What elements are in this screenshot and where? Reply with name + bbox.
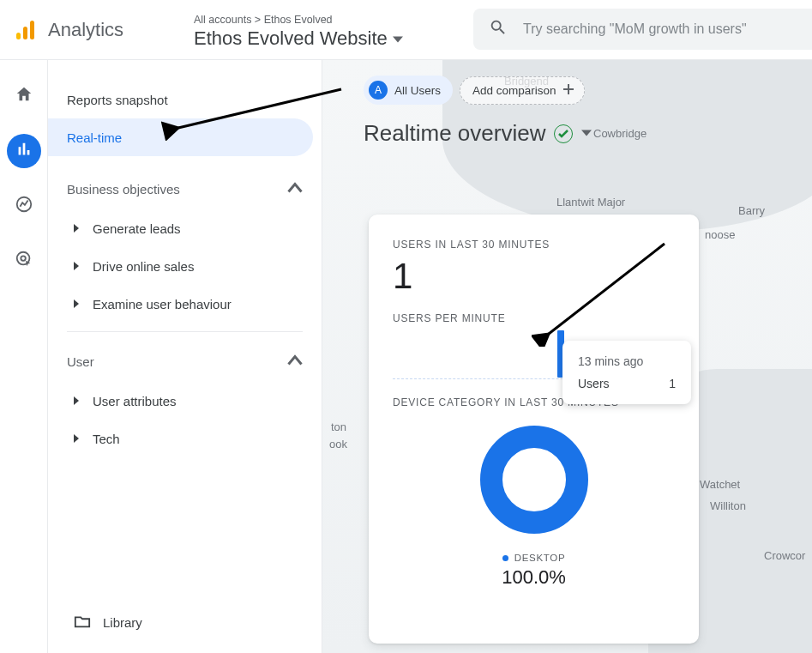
rail-explore-button[interactable] [7, 189, 41, 223]
nav-tech-label: Tech [93, 432, 120, 446]
map-label-crowcombe: Crowcor [764, 549, 805, 562]
triangle-right-icon [74, 434, 79, 443]
svg-point-5 [21, 256, 25, 261]
chip-all-users-label: All Users [394, 84, 441, 97]
users-per-minute-label: USERS PER MINUTE [393, 312, 675, 324]
target-click-icon [15, 250, 33, 272]
device-percent: 100.0% [502, 566, 566, 589]
nav-realtime[interactable]: Real-time [48, 118, 313, 156]
chips-row: A All Users Add comparison [322, 60, 812, 105]
triangle-right-icon [74, 262, 79, 270]
caret-down-icon [388, 27, 403, 50]
chevron-up-icon [287, 353, 303, 371]
legend-device-label: DESKTOP [514, 553, 566, 563]
rail-reports-button[interactable] [7, 134, 41, 168]
chip-add-comparison[interactable]: Add comparison [460, 76, 585, 105]
tooltip-time: 13 mins ago [578, 354, 676, 368]
nav-section-user-label: User [67, 354, 94, 369]
nav-user-attributes-label: User attributes [93, 394, 177, 408]
device-legend: DESKTOP [502, 553, 566, 563]
side-navigation: Reports snapshot Real-time Business obje… [48, 60, 322, 653]
realtime-card: USERS IN LAST 30 MINUTES 1 USERS PER MIN… [369, 215, 699, 644]
nav-drive-online-sales-label: Drive online sales [93, 259, 194, 274]
device-donut-chart[interactable] [480, 426, 588, 534]
tooltip-value: 1 [669, 377, 676, 390]
search-placeholder: Try searching "MoM growth in users" [523, 21, 747, 37]
status-check-icon[interactable] [554, 124, 573, 143]
search-box[interactable]: Try searching "MoM growth in users" [473, 9, 812, 50]
tooltip-label: Users [578, 377, 610, 390]
plus-icon [556, 82, 575, 99]
nav-library[interactable]: Library [48, 605, 168, 639]
map-label-llantwit: Llantwit Major [556, 196, 625, 209]
explore-icon [15, 195, 33, 217]
bar-chart-icon [15, 140, 33, 162]
property-name: Ethos Evolved Website [194, 27, 388, 50]
home-icon [15, 85, 33, 107]
nav-user-attributes[interactable]: User attributes [48, 382, 322, 420]
main-area: Bridgend Cowbridge Llantwit Major Barry … [322, 60, 812, 653]
device-donut-wrap: DESKTOP 100.0% [393, 417, 675, 589]
nav-tech[interactable]: Tech [48, 420, 322, 457]
nav-examine-user-behaviour[interactable]: Examine user behaviour [48, 285, 322, 323]
chip-badge-letter: A [369, 81, 388, 100]
users-last30-value: 1 [393, 256, 675, 297]
logo-area: Analytics [14, 18, 185, 42]
map-label-williton: Williton [710, 499, 746, 512]
page-title: Realtime overview [364, 120, 545, 147]
chart-tooltip: 13 mins ago Users 1 [562, 341, 691, 404]
map-label-ton: ton [331, 420, 346, 433]
nav-generate-leads[interactable]: Generate leads [48, 209, 322, 247]
users-last30-label: USERS IN LAST 30 MINUTES [393, 239, 675, 251]
map-label-barry: Barry [738, 204, 765, 217]
triangle-right-icon [74, 224, 79, 233]
title-dropdown[interactable] [581, 126, 592, 142]
nav-reports-snapshot[interactable]: Reports snapshot [48, 81, 313, 118]
nav-section-business-label: Business objectives [67, 182, 180, 197]
legend-dot-icon [502, 555, 508, 561]
triangle-right-icon [74, 299, 79, 308]
account-block: All accounts > Ethos Evolved Ethos Evolv… [194, 10, 403, 50]
nav-library-label: Library [103, 615, 142, 630]
rail-advertising-button[interactable] [7, 244, 41, 278]
nav-generate-leads-label: Generate leads [93, 221, 181, 236]
map-label-noose: noose [705, 228, 735, 241]
map-label-ook: ook [329, 438, 347, 450]
left-rail [0, 60, 48, 653]
nav-divider [67, 331, 303, 332]
property-selector[interactable]: Ethos Evolved Website [194, 27, 403, 50]
rail-home-button[interactable] [7, 79, 41, 113]
search-icon [489, 18, 523, 40]
breadcrumb[interactable]: All accounts > Ethos Evolved [194, 14, 403, 26]
top-header: Analytics All accounts > Ethos Evolved E… [0, 0, 812, 60]
nav-section-business[interactable]: Business objectives [48, 168, 322, 209]
chevron-up-icon [287, 180, 303, 198]
svg-rect-1 [23, 27, 27, 39]
library-icon [74, 614, 91, 632]
triangle-right-icon [74, 396, 79, 405]
svg-rect-0 [16, 33, 21, 39]
nav-drive-online-sales[interactable]: Drive online sales [48, 247, 322, 285]
analytics-logo-icon [14, 18, 38, 42]
chip-add-comparison-label: Add comparison [472, 84, 556, 97]
svg-rect-2 [30, 21, 34, 39]
tooltip-row: Users 1 [578, 377, 676, 390]
nav-examine-behaviour-label: Examine user behaviour [93, 297, 232, 311]
chip-all-users[interactable]: A All Users [364, 76, 453, 105]
page-title-row: Realtime overview [322, 105, 812, 147]
map-label-watchet: Watchet [700, 478, 740, 491]
product-name: Analytics [48, 19, 123, 41]
nav-section-user[interactable]: User [48, 341, 322, 382]
